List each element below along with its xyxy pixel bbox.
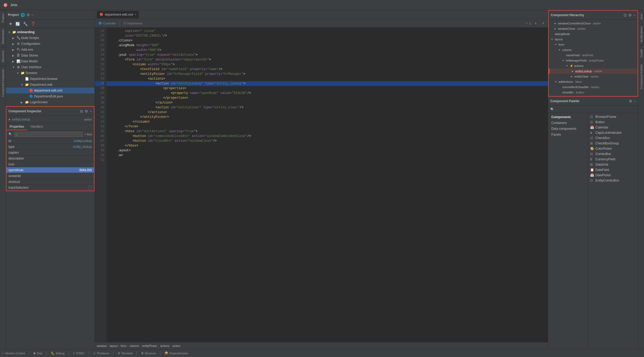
globe-icon[interactable]: 🌐 <box>20 13 25 17</box>
ci-trackselection-checkbox[interactable] <box>88 186 92 190</box>
tree-item-data-stores[interactable]: ▶ 🗄 Data Stores <box>6 53 95 58</box>
ch-item-actions[interactable]: ▼ ⚡ actions <box>549 63 638 68</box>
tree-item-build-scripts[interactable]: ▶ 🔧 Build Scripts <box>6 35 95 41</box>
ch-gear-icon[interactable]: ⚙ <box>628 13 632 17</box>
bottom-item-version-control[interactable]: ⑃ Version Control <box>2 352 25 355</box>
bottom-item-services[interactable]: ⊞ Services <box>141 351 156 355</box>
side-tab-component-inspector[interactable]: Component Inspector <box>0 66 6 100</box>
ci-gear-icon[interactable]: ⚙ <box>85 109 88 113</box>
cp-category-facets[interactable]: Facets <box>548 132 588 137</box>
ci-add-btn[interactable]: + Add <box>84 133 92 136</box>
side-tabs-left: Project Bookmarks Structure Component In… <box>0 10 6 349</box>
side-tab-jmix[interactable]: Jmix <box>638 10 644 23</box>
addons-label: Add-ons <box>21 48 33 51</box>
cp-minus-icon[interactable]: − <box>634 99 636 103</box>
ch-item-namefield[interactable]: ▶ nameField - textField <box>549 53 638 58</box>
ch-item-closebtn[interactable]: ▶ closeBtn - button <box>549 90 638 95</box>
side-tab-project[interactable]: Project <box>0 10 6 26</box>
cp-gear-icon[interactable]: ⚙ <box>629 99 632 103</box>
department-btn[interactable]: ⊡ Department <box>122 21 144 25</box>
ch-item-editactions[interactable]: ▼ editActions - hbox <box>549 79 638 84</box>
ci-search-input[interactable] <box>14 132 83 137</box>
breadcrumb-action[interactable]: action <box>173 344 180 347</box>
tree-item-root[interactable]: ▼ 📁 onboarding <box>6 29 95 35</box>
side-tab-gradle[interactable]: Gradle <box>638 45 644 61</box>
side-tab-structure[interactable]: Structure <box>0 47 6 66</box>
bottom-item-debug[interactable]: 🐛 Debug <box>51 351 64 355</box>
cp-category-components[interactable]: Components <box>548 114 588 120</box>
ch-item-entitylookup[interactable]: ● entityLookup - action <box>549 68 638 74</box>
ch-item-commitandclosebtn[interactable]: ▶ commitAndCloseBtn - button <box>549 84 638 90</box>
collapse-btn[interactable]: ∨ <box>540 21 546 25</box>
ch-item-hrmanagerfield[interactable]: ▼ hrManagerField - entityPicker <box>549 58 638 63</box>
add-toolbar-btn[interactable]: ✚ <box>8 21 13 27</box>
expand-btn[interactable]: ∧ <box>533 21 538 25</box>
bottom-item-dependencies[interactable]: 📦 Dependencies <box>165 351 188 355</box>
cp-item-checkboxgroup[interactable]: ⊞ CheckBoxGroup <box>588 141 638 146</box>
cp-item-datefield[interactable]: 📋 DateField <box>588 167 638 173</box>
ch-item-windowclose[interactable]: ● windowClose - action <box>549 26 638 31</box>
side-tab-component-palette[interactable]: Component Palette <box>638 61 644 92</box>
cp-item-entitycombobox[interactable]: ⊡ EntityComboBox <box>588 178 638 183</box>
ci-tab-handlers[interactable]: Handlers <box>27 123 46 130</box>
ch-item-dialogmode[interactable]: ▶ dialogMode <box>549 31 638 37</box>
cp-search-input[interactable] <box>555 107 636 111</box>
cp-item-checkbox[interactable]: ☑ CheckBox <box>588 135 638 141</box>
tree-item-configuration[interactable]: ▶ ⚙ Configuration <box>6 41 95 47</box>
cp-item-combobox[interactable]: ⊡ ComboBox <box>588 151 638 157</box>
editor-tab-xml[interactable]: 🔴 department-edit.xml × <box>97 11 139 18</box>
tree-item-addons[interactable]: ▶ 🔌 Add-ons <box>6 47 95 53</box>
tree-item-dept-xml[interactable]: ▶ 🔴 department-edit.xml <box>6 88 95 93</box>
tree-item-screens[interactable]: ▼ 📁 Screens <box>6 70 95 76</box>
tree-item-login-screen[interactable]: ▶ 📁 LoginScreen <box>6 99 95 105</box>
tree-item-dept-java[interactable]: ▶ 🔵 DepartmentEdit.java <box>6 93 95 99</box>
breadcrumb-entitypicker[interactable]: entityPicker <box>142 344 157 347</box>
ci-prop-openmode[interactable]: openMode DIALOG <box>6 167 94 173</box>
bottom-item-terminal[interactable]: ⊟ Terminal <box>118 351 132 355</box>
cp-item-capslockindicator[interactable]: A CapsLockIndicator <box>588 130 638 135</box>
sync-toolbar-btn[interactable]: 🔄 <box>14 21 21 27</box>
cp-item-button[interactable]: ⊡ Button <box>588 119 638 125</box>
ci-minus-icon[interactable]: − <box>90 109 92 113</box>
tree-item-user-interface[interactable]: ▼ 🖥 User Interface <box>6 64 95 70</box>
help-toolbar-btn[interactable]: ❓ <box>30 21 36 27</box>
gear-icon[interactable]: ⚙ <box>27 13 30 17</box>
ch-label-1: windowCommitAndClose <box>558 22 590 25</box>
bottom-item-run[interactable]: ▶ Run <box>34 351 42 355</box>
cp-item-browserframe[interactable]: ⊡ BrowserFrame <box>588 114 638 119</box>
ch-item-entityclear[interactable]: ● entityClear - action <box>549 74 638 79</box>
side-tab-notifications[interactable]: Notifications <box>638 23 644 45</box>
controller-btn[interactable]: 🔵 Controller <box>97 21 118 25</box>
bottom-item-problems[interactable]: ⚠ Problems <box>93 351 109 355</box>
code-content[interactable]: caption=" close" icon="EDITOR_CANCEL"/> … <box>106 28 548 342</box>
breadcrumb-window[interactable]: window <box>97 344 107 347</box>
tree-item-data-model[interactable]: ▶ 📊 Data Model <box>6 58 95 64</box>
cp-item-currencyfield[interactable]: $ CurrencyField <box>588 157 638 162</box>
breadcrumb-column[interactable]: column <box>130 344 139 347</box>
wrench-toolbar-btn[interactable]: 🔧 <box>22 21 29 27</box>
ch-expand-icon[interactable]: ⊡ <box>624 13 627 17</box>
cp-category-containers[interactable]: Containers <box>548 120 588 126</box>
cp-item-calendar[interactable]: 📅 Calendar <box>588 125 638 130</box>
cp-item-colorpicker[interactable]: 🎨 ColorPicker <box>588 146 638 151</box>
ch-item-form[interactable]: ▼ form <box>549 42 638 47</box>
ci-tab-properties[interactable]: Properties <box>6 123 27 130</box>
side-tab-bookmarks[interactable]: Bookmarks <box>0 26 6 47</box>
ch-item-layout[interactable]: ▼ layout <box>549 37 638 42</box>
ch-minus-icon[interactable]: − <box>633 13 636 17</box>
ch-item-column[interactable]: ▼ column <box>549 47 638 53</box>
cp-category-data[interactable]: Data components <box>548 126 588 132</box>
breadcrumb-form[interactable]: form <box>121 344 126 347</box>
bottom-item-todo[interactable]: ≡ TODO <box>73 352 84 355</box>
tree-item-dept-edit[interactable]: ▼ 📁 Department.edit <box>6 82 95 88</box>
ch-item-windowcommitandclose[interactable]: ● windowCommitAndClose - action <box>549 21 638 26</box>
cp-item-datepicker[interactable]: 📅 DatePicker <box>588 173 638 178</box>
breadcrumb-layout[interactable]: layout <box>110 344 117 347</box>
ci-window-icon[interactable]: ⊟ <box>80 109 83 113</box>
editor-tab-xml-close[interactable]: × <box>135 13 136 16</box>
tree-item-dept-browse[interactable]: ▶ 📄 Department.browse <box>6 76 95 82</box>
cp-item-datagrid[interactable]: ⊞ DataGrid <box>588 162 638 167</box>
line-num-35: 35 <box>95 81 104 86</box>
breadcrumb-actions[interactable]: actions <box>160 344 170 347</box>
minus-icon[interactable]: − <box>32 13 34 17</box>
